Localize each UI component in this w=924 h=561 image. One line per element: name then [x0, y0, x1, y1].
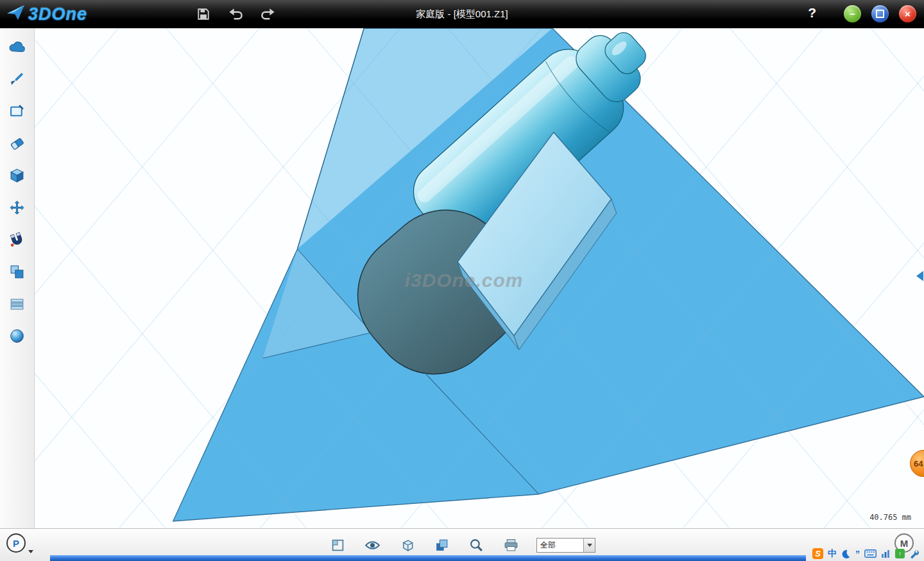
move-icon	[9, 200, 25, 216]
zoom-icon	[469, 538, 484, 553]
primitives-cube-icon	[9, 168, 25, 184]
sketch-brush-icon	[9, 71, 25, 87]
ime-moon-icon[interactable]	[841, 549, 851, 558]
titlebar-toolbar	[194, 4, 277, 24]
ime-punctuation-toggle[interactable]: ”	[855, 549, 860, 559]
section-icon	[9, 296, 25, 312]
display-mode-cube-icon	[400, 538, 415, 553]
app-logo-text: 3DOne	[28, 4, 87, 24]
panel-collapse-arrow[interactable]	[916, 271, 923, 281]
help-button[interactable]: ?	[808, 5, 816, 21]
tool-sketch-rect[interactable]	[6, 101, 28, 121]
display-mode-button[interactable]	[398, 536, 416, 554]
redo-icon	[260, 7, 276, 21]
viewport-canvas[interactable]: i3DOne.com 40.765 mm	[35, 28, 924, 529]
tool-cloud-library[interactable]	[6, 37, 28, 56]
tool-sketch-brush[interactable]	[6, 69, 28, 89]
undo-icon	[228, 7, 244, 21]
title-bar: 3DOne	[0, 0, 924, 28]
view-preset-dropdown-caret[interactable]	[28, 550, 33, 556]
assembly-icon	[9, 264, 25, 280]
left-toolbar	[0, 28, 35, 529]
tool-eraser[interactable]	[6, 134, 28, 153]
layers-button[interactable]	[432, 536, 450, 554]
undo-button[interactable]	[226, 4, 245, 24]
display-filter-value: 全部	[537, 540, 583, 551]
minimize-button[interactable]: −	[844, 5, 861, 22]
maximize-button[interactable]	[871, 5, 889, 22]
chevron-down-icon	[587, 544, 592, 549]
cloud-library-icon	[8, 41, 26, 53]
visibility-button[interactable]	[363, 536, 381, 554]
tool-move[interactable]	[6, 198, 28, 217]
tool-assembly[interactable]	[6, 262, 28, 281]
windows-taskbar-strip[interactable]	[50, 555, 806, 561]
sogou-logo-icon[interactable]: S	[812, 548, 823, 559]
ime-keyboard-icon[interactable]	[864, 549, 877, 558]
print-button[interactable]	[502, 536, 520, 554]
view-preset-label: P	[13, 538, 19, 549]
ime-stats-icon[interactable]	[881, 549, 891, 558]
print-icon	[504, 539, 518, 552]
ime-language-toggle[interactable]: 中	[828, 548, 837, 560]
tool-material[interactable]	[6, 326, 28, 345]
ime-bar: S 中 ” ↑	[810, 547, 922, 560]
minimize-glyph: −	[850, 8, 855, 19]
display-filter-select[interactable]: 全部	[536, 538, 595, 553]
display-filter-dropdown-button[interactable]	[583, 539, 595, 552]
datum-plane-icon	[331, 539, 345, 552]
view-preset-badge[interactable]: P	[6, 533, 26, 553]
window-title: 家庭版 - [模型001.Z1]	[0, 0, 924, 28]
redo-button[interactable]	[258, 4, 277, 24]
datum-plane-button[interactable]	[329, 536, 346, 554]
magnet-icon	[9, 232, 25, 248]
zoom-button[interactable]	[467, 536, 485, 554]
close-button[interactable]: ×	[899, 5, 916, 22]
viewport[interactable]: i3DOne.com 40.765 mm 64	[35, 28, 924, 529]
sketch-rect-icon	[9, 103, 25, 119]
watermark: i3DOne.com	[405, 270, 524, 291]
layers-icon	[434, 538, 449, 553]
save-button[interactable]	[194, 4, 213, 24]
ime-update-icon[interactable]: ↑	[895, 549, 905, 558]
tool-section[interactable]	[6, 294, 28, 313]
paper-plane-icon	[6, 3, 26, 25]
eraser-icon	[9, 135, 25, 151]
app-logo: 3DOne	[6, 3, 87, 25]
eye-icon	[364, 540, 381, 551]
maximize-icon	[876, 10, 884, 18]
scale-label: 40.765 mm	[869, 513, 911, 522]
app-window: 3DOne	[0, 0, 924, 561]
tool-primitives[interactable]	[6, 166, 28, 185]
tool-magnet[interactable]	[6, 230, 28, 249]
material-sphere-icon	[9, 328, 25, 344]
ime-toolbox-wrench-icon[interactable]	[909, 549, 920, 559]
window-controls: − ×	[844, 5, 916, 22]
save-icon	[196, 7, 210, 21]
close-glyph: ×	[905, 8, 911, 19]
